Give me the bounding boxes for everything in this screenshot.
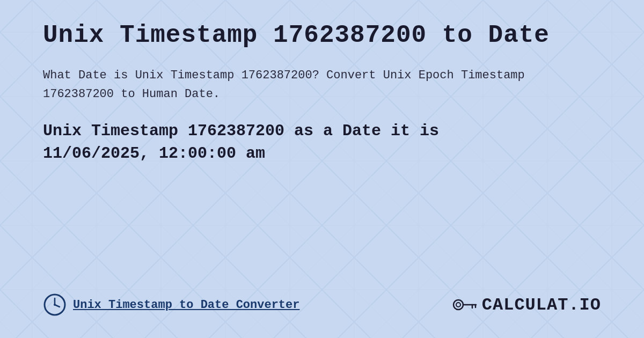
description-text: What Date is Unix Timestamp 1762387200? … xyxy=(43,66,580,104)
svg-point-11 xyxy=(456,303,460,307)
result-text: Unix Timestamp 1762387200 as a Date it i… xyxy=(43,120,580,165)
page-title: Unix Timestamp 1762387200 to Date xyxy=(43,21,601,50)
logo-icon xyxy=(452,295,478,314)
footer: Unix Timestamp to Date Converter CALCULA… xyxy=(43,288,601,317)
clock-icon xyxy=(43,293,67,317)
svg-point-9 xyxy=(54,304,56,306)
logo-section: CALCULAT.IO xyxy=(452,295,601,315)
footer-left: Unix Timestamp to Date Converter xyxy=(43,293,299,317)
title-section: Unix Timestamp 1762387200 to Date What D… xyxy=(43,21,601,104)
main-content: Unix Timestamp 1762387200 to Date What D… xyxy=(0,0,644,338)
logo-text: CALCULAT.IO xyxy=(482,295,601,315)
result-line2: 11/06/2025, 12:00:00 am xyxy=(43,144,265,163)
svg-point-10 xyxy=(453,300,463,310)
result-line1: Unix Timestamp 1762387200 as a Date it i… xyxy=(43,122,439,140)
footer-link-text[interactable]: Unix Timestamp to Date Converter xyxy=(73,298,299,312)
result-section: Unix Timestamp 1762387200 as a Date it i… xyxy=(43,120,601,165)
